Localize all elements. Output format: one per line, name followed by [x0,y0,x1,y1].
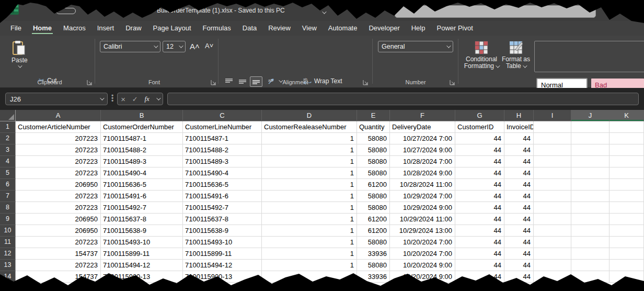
row-header-14[interactable]: 14 [0,271,16,283]
tab-power-pivot[interactable]: Power Pivot [431,21,478,36]
cell-F9[interactable]: 10/29/2024 11:00 [390,214,455,225]
cell-B11[interactable]: 7100115493-10 [101,237,183,248]
cell-F2[interactable]: 10/27/2024 7:00 [390,133,455,144]
cell-C6[interactable]: 7100115636-5 [183,179,262,191]
select-all-button[interactable] [0,110,16,121]
format-as-table-button[interactable]: Format as Table [501,41,531,70]
cell-E5[interactable]: 58080 [357,167,390,179]
cell-C3[interactable]: 7100115488-2 [183,144,262,156]
cell-J2[interactable] [571,133,610,144]
search-box[interactable] [395,5,596,18]
row-header-3[interactable]: 3 [0,144,16,156]
cell-K7[interactable] [610,191,644,202]
tab-data[interactable]: Data [237,21,262,36]
cell-I12[interactable] [534,248,571,260]
cell-C11[interactable]: 7100115493-10 [183,237,262,248]
column-header-G[interactable]: G [455,110,504,121]
cell-E3[interactable]: 58080 [357,144,390,156]
name-box[interactable]: J26 [5,93,108,105]
cell-F5[interactable]: 10/28/2024 9:00 [390,167,455,179]
font-name-combo[interactable]: Calibri [100,41,160,52]
insert-function-icon[interactable]: fx [145,95,150,103]
cell-F10[interactable]: 10/29/2024 13:00 [390,225,455,237]
shrink-font-button[interactable]: A˅ [205,42,213,50]
cell-A11[interactable]: 207223 [16,237,101,248]
tab-developer[interactable]: Developer [363,21,405,36]
cell-I14[interactable] [534,271,571,283]
cell-B9[interactable]: 7100115637-8 [101,214,183,225]
enter-icon[interactable]: ✓ [132,95,138,103]
cell-A2[interactable]: 207223 [16,133,101,144]
cell-B14[interactable]: 7100115900-13 [101,271,183,283]
cell-D10[interactable]: 1 [262,225,357,237]
cell-A12[interactable]: 154737 [16,248,101,260]
row-header-10[interactable]: 10 [0,225,16,237]
tab-page-layout[interactable]: Page Layout [147,21,197,36]
cell-C5[interactable]: 7100115490-4 [183,167,262,179]
cell-A9[interactable]: 206950 [16,214,101,225]
cell-H3[interactable]: 44 [504,144,534,156]
tab-home[interactable]: Home [27,21,58,36]
cell-A7[interactable]: 207223 [16,191,101,202]
cell-C14[interactable]: 7100115900-13 [183,271,262,283]
cell-A13[interactable]: 207223 [16,260,101,271]
cell-J9[interactable] [571,214,610,225]
cell-H7[interactable]: 44 [504,191,534,202]
cell-K3[interactable] [610,144,644,156]
cell-K2[interactable] [610,133,644,144]
cell-I6[interactable] [534,179,571,191]
cell-K11[interactable] [610,237,644,248]
cell-C7[interactable]: 7100115491-6 [183,191,262,202]
column-header-H[interactable]: H [504,110,534,121]
cell-I11[interactable] [534,237,571,248]
alignment-dialog-launcher-icon[interactable] [363,80,369,85]
cell-J10[interactable] [571,225,610,237]
tab-insert[interactable]: Insert [91,21,120,36]
column-header-F[interactable]: F [390,110,455,121]
cell-H5[interactable]: 44 [504,167,534,179]
cell-J8[interactable] [571,202,610,214]
cell-A3[interactable]: 207223 [16,144,101,156]
cell-H10[interactable]: 44 [504,225,534,237]
cell-D1[interactable]: CustomerRealeaseNumber [262,121,357,133]
cell-F4[interactable]: 10/28/2024 7:00 [390,156,455,167]
cell-K10[interactable] [610,225,644,237]
cell-H4[interactable]: 44 [504,156,534,167]
cell-F8[interactable]: 10/29/2024 9:00 [390,202,455,214]
font-dialog-launcher-icon[interactable] [211,80,216,85]
tab-draw[interactable]: Draw [120,21,147,36]
cell-K8[interactable] [610,202,644,214]
cell-B7[interactable]: 7100115491-6 [101,191,183,202]
cell-G9[interactable]: 44 [455,214,504,225]
cell-K1[interactable] [610,121,644,133]
cell-A6[interactable]: 206950 [16,179,101,191]
cell-H9[interactable]: 44 [504,214,534,225]
row-header-5[interactable]: 5 [0,167,16,179]
cell-B5[interactable]: 7100115490-4 [101,167,183,179]
cell-B8[interactable]: 7100115492-7 [101,202,183,214]
cell-J1[interactable] [571,121,610,133]
cell-A4[interactable]: 207223 [16,156,101,167]
cell-J3[interactable] [571,144,610,156]
cell-F12[interactable]: 10/20/2024 7:00 [390,248,455,260]
cell-G4[interactable]: 44 [455,156,504,167]
cancel-icon[interactable]: × [121,95,125,104]
cell-D2[interactable]: 1 [262,133,357,144]
cell-F11[interactable]: 10/20/2024 7:00 [390,237,455,248]
cell-B2[interactable]: 7100115487-1 [101,133,183,144]
align-middle-button[interactable] [236,76,249,87]
cell-I10[interactable] [534,225,571,237]
number-dialog-launcher-icon[interactable] [450,80,455,85]
cell-J13[interactable] [571,260,610,271]
cell-C4[interactable]: 7100115489-3 [183,156,262,167]
row-header-6[interactable]: 6 [0,179,16,191]
tab-formulas[interactable]: Formulas [197,21,237,36]
cell-D12[interactable]: 1 [262,248,357,260]
cell-H8[interactable]: 44 [504,202,534,214]
cell-F14[interactable]: 10/20/2024 9:00 [390,271,455,283]
cell-G8[interactable]: 44 [455,202,504,214]
cell-A10[interactable]: 206950 [16,225,101,237]
column-header-C[interactable]: C [183,110,262,121]
cell-H1[interactable]: InvoiceID [504,121,534,133]
cell-I13[interactable] [534,260,571,271]
